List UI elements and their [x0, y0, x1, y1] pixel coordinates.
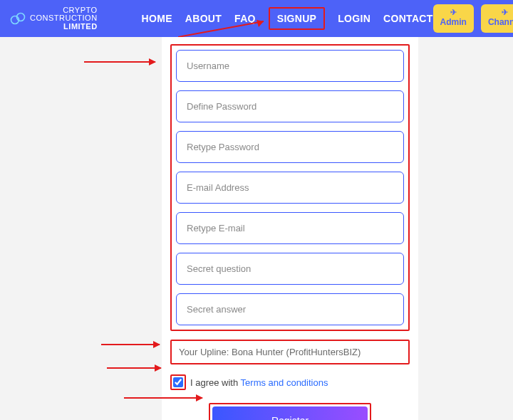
annotation-arrow-register: [124, 397, 202, 399]
username-field[interactable]: [176, 50, 404, 82]
nav-contact[interactable]: CONTACT: [383, 13, 433, 24]
annotation-arrow-checkbox: [107, 367, 161, 369]
annotation-arrow-form: [84, 61, 155, 63]
paper-plane-icon: ✈: [502, 9, 508, 16]
nav-actions: ✈ Admin ✈ Channel: [433, 4, 513, 33]
upline-info: Your Upline: Bona Hunter (ProfitHuntersB…: [170, 340, 410, 364]
terms-checkbox-highlight: [170, 374, 186, 390]
nav-home[interactable]: HOME: [142, 13, 172, 24]
admin-label: Admin: [440, 17, 467, 27]
brand-text: CRYPTO CONSTRUCTION LIMITED: [30, 6, 98, 31]
email-field[interactable]: [176, 172, 404, 204]
channel-button[interactable]: ✈ Channel: [481, 4, 513, 33]
brand-line1: CRYPTO CONSTRUCTION: [30, 6, 98, 23]
logo-icon: [9, 9, 27, 28]
navbar: CRYPTO CONSTRUCTION LIMITED HOME ABOUT F…: [0, 0, 513, 37]
nav-faq[interactable]: FAQ: [234, 13, 256, 24]
terms-link[interactable]: Terms and conditions: [241, 377, 328, 388]
signup-form: [170, 44, 410, 331]
signup-card: Your Upline: Bona Hunter (ProfitHuntersB…: [162, 37, 418, 420]
register-button[interactable]: Register: [212, 406, 368, 420]
brand-logo[interactable]: CRYPTO CONSTRUCTION LIMITED: [9, 6, 98, 31]
nav-signup[interactable]: SIGNUP: [269, 7, 325, 30]
terms-row: I agree with Terms and conditions: [170, 374, 410, 390]
terms-checkbox[interactable]: [173, 377, 183, 387]
terms-label: I agree with Terms and conditions: [190, 377, 328, 388]
password-field[interactable]: [176, 90, 404, 122]
annotation-arrow-upline: [101, 344, 160, 345]
terms-label-text: I agree with: [190, 377, 241, 388]
paper-plane-icon: ✈: [450, 9, 457, 16]
retype-password-field[interactable]: [176, 131, 404, 163]
nav-links: HOME ABOUT FAQ SIGNUP LOGIN CONTACT: [142, 7, 433, 30]
brand-line2: LIMITED: [30, 23, 98, 31]
admin-button[interactable]: ✈ Admin: [433, 4, 474, 33]
secret-answer-field[interactable]: [176, 293, 404, 325]
nav-about[interactable]: ABOUT: [185, 13, 222, 24]
channel-label: Channel: [488, 17, 513, 27]
nav-login[interactable]: LOGIN: [338, 13, 370, 24]
register-highlight: Register: [209, 403, 371, 420]
retype-email-field[interactable]: [176, 212, 404, 244]
secret-question-field[interactable]: [176, 253, 404, 285]
